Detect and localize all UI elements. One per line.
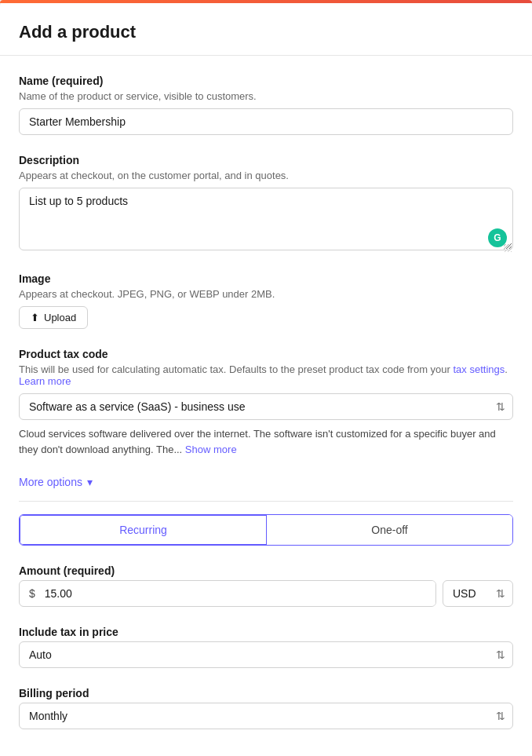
- currency-select[interactable]: USD EUR GBP CAD: [443, 580, 513, 607]
- image-hint: Appears at checkout. JPEG, PNG, or WEBP …: [19, 288, 513, 300]
- textarea-wrapper: List up to 5 products G: [19, 188, 513, 254]
- tax-hint: This will be used for calculating automa…: [19, 363, 513, 387]
- tax-in-price-label: Include tax in price: [19, 626, 513, 638]
- billing-period-select[interactable]: Monthly Weekly Annually Every 3 months E…: [19, 703, 513, 729]
- tax-settings-link[interactable]: tax settings: [454, 363, 505, 375]
- amount-row: $ USD EUR GBP CAD ⇅: [19, 580, 513, 607]
- amount-input[interactable]: [42, 581, 435, 606]
- currency-symbol: $: [20, 587, 42, 600]
- description-hint: Appears at checkout, on the customer por…: [19, 170, 513, 181]
- tax-in-price-select[interactable]: Auto Yes No: [19, 641, 513, 668]
- upload-button[interactable]: ⬆ Upload: [19, 306, 88, 329]
- tax-description: Cloud services software delivered over t…: [19, 426, 513, 457]
- billing-period-select-wrapper: Monthly Weekly Annually Every 3 months E…: [19, 703, 513, 729]
- description-label: Description: [19, 154, 513, 166]
- amount-label: Amount (required): [19, 564, 513, 577]
- tax-hint-suffix: .: [505, 363, 508, 375]
- name-field-group: Name (required) Name of the product or s…: [19, 75, 513, 135]
- tax-in-price-select-wrapper: Auto Yes No ⇅: [19, 641, 513, 668]
- tax-desc-text: Cloud services software delivered over t…: [19, 428, 496, 455]
- more-options-toggle[interactable]: More options ▾: [19, 476, 513, 488]
- tax-select-wrapper: Software as a service (SaaS) - business …: [19, 393, 513, 420]
- tax-hint-prefix: This will be used for calculating automa…: [19, 363, 454, 375]
- tax-select[interactable]: Software as a service (SaaS) - business …: [19, 393, 513, 420]
- show-more-link[interactable]: Show more: [185, 444, 237, 455]
- oneoff-tab[interactable]: One-off: [267, 515, 512, 545]
- upload-label: Upload: [44, 312, 76, 323]
- name-hint: Name of the product or service, visible …: [19, 90, 513, 102]
- upload-icon: ⬆: [31, 312, 39, 323]
- modal-body: Name (required) Name of the product or s…: [0, 56, 532, 756]
- description-input[interactable]: List up to 5 products: [19, 188, 513, 250]
- amount-field-group: Amount (required) $ USD EUR GBP CAD ⇅: [19, 564, 513, 607]
- amount-input-wrapper: $: [19, 580, 436, 607]
- more-options-chevron: ▾: [87, 476, 93, 488]
- tax-in-price-field-group: Include tax in price Auto Yes No ⇅: [19, 626, 513, 668]
- image-field-group: Image Appears at checkout. JPEG, PNG, or…: [19, 272, 513, 329]
- recurring-tab[interactable]: Recurring: [19, 514, 268, 546]
- currency-select-wrapper: USD EUR GBP CAD ⇅: [443, 580, 513, 607]
- learn-more-link[interactable]: Learn more: [19, 375, 71, 387]
- divider: [19, 501, 513, 502]
- billing-period-label: Billing period: [19, 687, 513, 699]
- pricing-tabs: Recurring One-off: [19, 514, 513, 546]
- modal-header: Add a product: [0, 3, 532, 56]
- page-title: Add a product: [19, 22, 513, 42]
- more-options-label: More options: [19, 476, 82, 488]
- name-label: Name (required): [19, 75, 513, 87]
- description-field-group: Description Appears at checkout, on the …: [19, 154, 513, 254]
- add-product-modal: Add a product Name (required) Name of th…: [0, 0, 532, 756]
- name-input[interactable]: [19, 108, 513, 135]
- image-label: Image: [19, 272, 513, 285]
- tax-label: Product tax code: [19, 348, 513, 360]
- billing-period-field-group: Billing period Monthly Weekly Annually E…: [19, 687, 513, 729]
- tax-field-group: Product tax code This will be used for c…: [19, 348, 513, 457]
- resize-handle: [504, 244, 512, 252]
